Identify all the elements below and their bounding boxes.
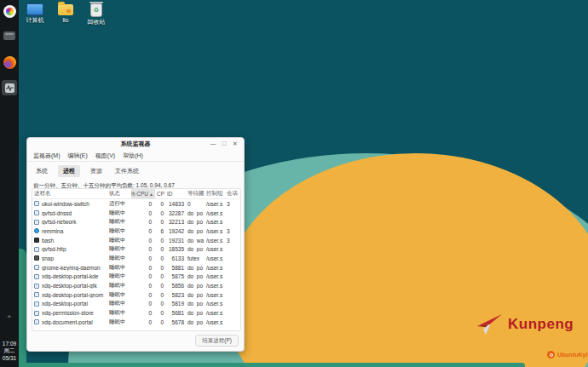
clock-date: 05/31: [0, 355, 19, 363]
taskbar-launcher-button[interactable]: [0, 3, 19, 19]
table-row[interactable]: ukui-window-switch 运行中 0 0 14833 0 /user…: [32, 199, 240, 209]
table-row[interactable]: xdg-permission-store 睡眠中 0 0 5681 do_po …: [32, 308, 240, 318]
taskbar-expand-button[interactable]: ^: [0, 313, 19, 322]
process-name: xdg-desktop-portal: [42, 301, 88, 307]
process-cpu: 0: [131, 228, 155, 234]
desktop-icon-computer[interactable]: 计算机: [20, 3, 49, 24]
process-icon: [34, 220, 39, 225]
process-id: 14833: [165, 201, 186, 207]
process-cgroup: /user.s: [205, 210, 225, 216]
desktop-icon-label: 计算机: [26, 17, 44, 24]
process-status: 睡眠中: [107, 209, 131, 217]
menu-help[interactable]: 帮助(H): [123, 152, 143, 160]
process-icon: [34, 301, 39, 307]
header-cpu[interactable]: % CPU ▲: [131, 189, 155, 198]
close-button[interactable]: ✕: [230, 138, 240, 150]
process-name: gvfsd-dnssd: [42, 210, 72, 216]
process-wchan: do_po: [186, 283, 205, 289]
header-process-name[interactable]: 进程名: [32, 190, 107, 198]
menu-view[interactable]: 视图(V): [95, 152, 115, 160]
trash-icon: ♻: [90, 3, 102, 17]
taskbar-system-monitor-button[interactable]: [0, 79, 19, 96]
table-row[interactable]: xdg-desktop-portal 睡眠中 0 0 5819 do_po /u…: [32, 300, 240, 309]
process-cp: 0: [155, 255, 165, 261]
header-wchan[interactable]: 等待频: [186, 190, 205, 198]
process-icon: [34, 255, 39, 261]
header-cgroup[interactable]: 控制组: [205, 190, 225, 198]
process-id: 5881: [165, 265, 186, 271]
process-status: 睡眠中: [107, 227, 131, 235]
process-cgroup: /user.s: [205, 292, 225, 298]
menu-edit[interactable]: 编辑(E): [68, 152, 88, 160]
table-row[interactable]: snap 睡眠中 0 0 6133 futex_ /user.s: [32, 254, 240, 263]
process-cgroup: /user.s: [205, 265, 225, 271]
firefox-icon: [3, 56, 16, 69]
table-row[interactable]: xdg-desktop-portal-kde 睡眠中 0 0 5875 do_p…: [32, 272, 240, 282]
process-status: 睡眠中: [107, 282, 131, 290]
desktop-icon-lio[interactable]: lio: [51, 3, 80, 24]
taskbar-clock[interactable]: 17:09 周二 05/31: [0, 341, 19, 363]
process-cp: 0: [155, 301, 165, 307]
menu-monitor[interactable]: 监视器(M): [33, 152, 61, 160]
process-name: remmina: [42, 228, 63, 234]
table-row[interactable]: gvfsd-http 睡眠中 0 0 18535 do_po /user.s: [32, 244, 240, 254]
process-cpu: 0: [131, 255, 155, 261]
process-icon: [34, 284, 39, 289]
process-cpu: 0: [131, 301, 155, 307]
screen: 计算机 lio ♻ 回收站 Kunpeng UbuntuKylin 系统监视器 …: [0, 0, 588, 367]
process-icon: [34, 319, 39, 324]
header-status[interactable]: 状态: [107, 190, 131, 198]
minimize-button[interactable]: —: [208, 138, 218, 150]
tab-processes[interactable]: 进程: [58, 165, 80, 177]
process-id: 18535: [165, 246, 186, 252]
process-icon: [34, 292, 39, 297]
maximize-button[interactable]: □: [219, 138, 229, 150]
desktop-icon-label: lio: [62, 17, 68, 24]
table-row[interactable]: gvfsd-dnssd 睡眠中 0 0 32287 do_po /user.s: [32, 209, 240, 218]
process-name: ukui-window-switch: [42, 201, 89, 207]
header-id[interactable]: ID: [165, 191, 186, 197]
process-cgroup: /user.s: [205, 228, 225, 234]
desktop-icon-label: 回收站: [88, 19, 106, 26]
process-cp: 0: [155, 283, 165, 289]
process-cpu: 0: [131, 246, 155, 252]
process-session: 3: [225, 238, 240, 244]
table-row[interactable]: xdg-document-portal 睡眠中 0 0 5678 do_po /…: [32, 318, 240, 327]
kunpeng-bird-icon: [476, 313, 503, 335]
process-name: bash: [42, 238, 54, 244]
desktop-icon-trash[interactable]: ♻ 回收站: [82, 3, 111, 26]
table-row[interactable]: xdg-desktop-portal-gnom 睡眠中 0 0 5823 do_…: [32, 290, 240, 300]
tab-filesystems[interactable]: 文件系统: [112, 165, 141, 177]
table-row[interactable]: remmina 睡眠中 0 6 19242 do_po /user.s 3: [32, 227, 240, 236]
process-cp: 0: [155, 219, 165, 225]
launcher-icon: [3, 5, 16, 18]
computer-icon: [26, 3, 43, 15]
table-row[interactable]: gnome-keyring-daemon 睡眠中 0 0 5881 do_po …: [32, 263, 240, 272]
process-wchan: do_po: [186, 246, 205, 252]
taskbar-firefox-button[interactable]: [0, 54, 19, 70]
clock-time: 17:09: [0, 341, 19, 348]
process-status: 睡眠中: [107, 309, 131, 317]
taskbar-file-manager-button[interactable]: [0, 29, 19, 43]
process-id: 32213: [165, 219, 186, 225]
process-name: gvfsd-http: [42, 246, 66, 252]
titlebar[interactable]: 系统监视器 — □ ✕: [27, 138, 244, 150]
process-wchan: do_po: [186, 219, 205, 225]
process-wchan: do_po: [186, 265, 205, 271]
end-process-button[interactable]: 结束进程(P): [195, 335, 239, 347]
tab-resources[interactable]: 资源: [88, 165, 105, 177]
process-name: gvfsd-network: [42, 219, 76, 225]
header-cp[interactable]: CP: [155, 191, 165, 197]
table-row[interactable]: bash 睡眠中 0 0 19231 do_wa /user.s 3: [32, 236, 240, 245]
process-id: 32287: [165, 210, 186, 216]
process-name: xdg-desktop-portal-kde: [42, 273, 98, 279]
process-id: 5823: [165, 292, 186, 298]
header-session[interactable]: 会话: [225, 190, 240, 198]
process-cpu: 0: [131, 219, 155, 225]
process-table-rows: ukui-window-switch 运行中 0 0 14833 0 /user…: [32, 199, 240, 327]
process-status: 睡眠中: [107, 237, 131, 244]
table-row[interactable]: xdg-desktop-portal-gtk 睡眠中 0 0 5856 do_p…: [32, 281, 240, 290]
table-row[interactable]: gvfsd-network 睡眠中 0 0 32213 do_po /user.…: [32, 217, 240, 227]
process-cp: 0: [155, 265, 165, 271]
tab-system[interactable]: 系统: [33, 165, 50, 177]
